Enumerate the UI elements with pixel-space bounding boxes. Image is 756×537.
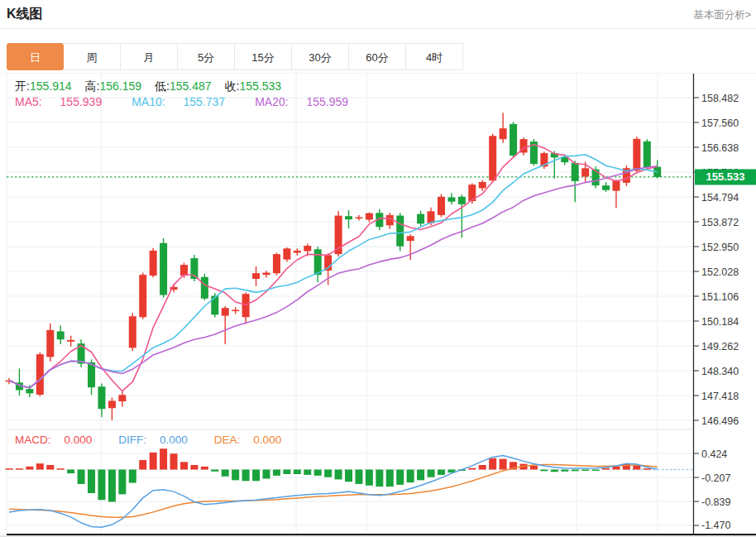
- svg-text:147.418: 147.418: [701, 391, 739, 402]
- fundamental-analysis-link[interactable]: 基本面分析>: [693, 8, 751, 22]
- period-tab-1[interactable]: 周: [64, 43, 121, 70]
- dea-line: [9, 465, 658, 518]
- period-tab-5[interactable]: 30分: [292, 43, 349, 70]
- svg-text:146.496: 146.496: [701, 415, 739, 427]
- svg-text:148.340: 148.340: [701, 366, 739, 377]
- svg-text:158.482: 158.482: [701, 93, 739, 104]
- svg-text:152.028: 152.028: [701, 266, 739, 278]
- price-axis: 158.482157.560156.638155.716154.794153.8…: [693, 73, 739, 535]
- ma-row: MA5: 155.939MA10: 155.737MA20: 155.959: [15, 95, 378, 108]
- svg-text:0.424: 0.424: [701, 448, 727, 460]
- period-tab-0[interactable]: 日: [7, 43, 64, 70]
- svg-text:154.794: 154.794: [701, 192, 739, 204]
- open-label: 开:: [15, 79, 30, 93]
- period-tab-6[interactable]: 60分: [349, 43, 406, 70]
- ma20-line: [9, 166, 658, 388]
- svg-text:-0.207: -0.207: [701, 472, 730, 484]
- dea-readout: DEA:0.000: [214, 434, 294, 446]
- ma5-readout: MA5: 155.939: [15, 95, 117, 108]
- high-value: 156.159: [99, 79, 141, 93]
- kline-widget: { "header": { "title": "K线图", "link": "基…: [0, 0, 756, 537]
- svg-text:156.638: 156.638: [701, 142, 739, 154]
- diff-readout: DIFF:0.000: [118, 434, 201, 446]
- header-bar: K线图 基本面分析>: [0, 0, 756, 29]
- period-tabs: 日周月5分15分30分60分4时: [7, 43, 463, 70]
- ma5-line: [9, 145, 658, 391]
- svg-text:150.184: 150.184: [701, 316, 739, 328]
- high-label: 高:: [85, 79, 100, 93]
- current-price-badge: 155.533: [695, 169, 756, 185]
- svg-text:-0.839: -0.839: [701, 496, 730, 508]
- close-label: 收:: [225, 79, 240, 93]
- svg-text:149.262: 149.262: [701, 341, 739, 352]
- macd-row: MACD:0.000DIFF:0.000DEA:0.000: [15, 434, 308, 446]
- svg-text:151.106: 151.106: [701, 291, 739, 303]
- low-label: 低:: [155, 79, 170, 93]
- panel-borders: [0, 74, 756, 537]
- svg-text:-1.470: -1.470: [701, 520, 730, 531]
- candles: [6, 113, 662, 420]
- ohlc-row: 开:155.914高:156.159低:155.487收:155.533: [15, 79, 294, 94]
- period-tab-4[interactable]: 15分: [235, 43, 292, 70]
- svg-text:152.950: 152.950: [701, 242, 739, 253]
- page-title: K线图: [7, 6, 43, 23]
- macd-readout: MACD:0.000: [15, 434, 105, 446]
- low-value: 155.487: [170, 79, 212, 93]
- svg-text:157.560: 157.560: [701, 117, 739, 129]
- open-value: 155.914: [30, 79, 72, 93]
- svg-text:155.533: 155.533: [706, 170, 745, 183]
- macd-axis: 0.424-0.207-0.839-1.470: [693, 448, 730, 532]
- period-tab-7[interactable]: 4时: [406, 43, 463, 70]
- close-value: 155.533: [239, 79, 281, 93]
- svg-text:153.872: 153.872: [701, 217, 739, 228]
- ma10-readout: MA10: 155.737: [132, 95, 240, 108]
- period-tab-3[interactable]: 5分: [178, 43, 235, 70]
- ma20-readout: MA20: 155.959: [255, 95, 363, 108]
- period-tab-2[interactable]: 月: [121, 43, 178, 70]
- grid-lines: [7, 73, 693, 534]
